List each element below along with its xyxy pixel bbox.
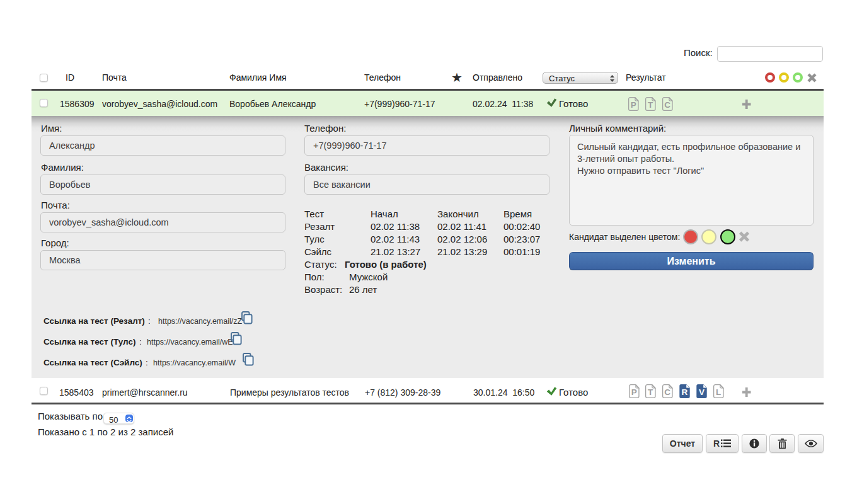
svg-text:R: R	[682, 387, 688, 397]
svg-text:P: P	[631, 100, 636, 110]
svg-text:V: V	[699, 387, 705, 397]
svg-text:C: C	[664, 100, 670, 110]
svg-text:P: P	[631, 387, 637, 397]
svg-text:C: C	[664, 387, 670, 397]
svg-text:L: L	[716, 387, 721, 397]
svg-text:T: T	[648, 100, 653, 110]
svg-text:T: T	[648, 387, 653, 397]
